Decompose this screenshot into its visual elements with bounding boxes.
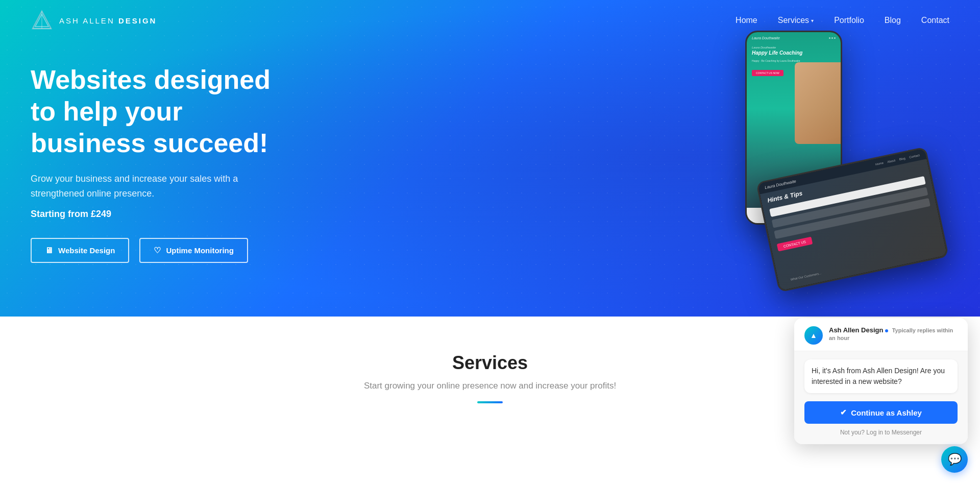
chat-body: Hi, it's Ash from Ash Allen Design! Are … xyxy=(794,351,968,424)
navbar: ASH ALLEN DESIGN Home Services ▾ Portfol… xyxy=(0,0,980,41)
messenger-check-icon: ✔ xyxy=(840,408,847,417)
website-design-button[interactable]: 🖥 Website Design xyxy=(31,238,129,263)
hero-title: Websites designed to help your business … xyxy=(31,64,296,159)
hero-price: Starting from £249 xyxy=(31,209,296,220)
nav-blog[interactable]: Blog xyxy=(885,16,901,25)
chat-avatar-icon: ▲ xyxy=(810,331,817,340)
logo-icon xyxy=(31,9,53,32)
hero-section: Websites designed to help your business … xyxy=(0,0,980,317)
nav-portfolio[interactable]: Portfolio xyxy=(834,16,864,25)
continue-as-ashley-button[interactable]: ✔ Continue as Ashley xyxy=(804,401,958,424)
uptime-monitoring-button[interactable]: ♡ Uptime Monitoring xyxy=(139,238,248,263)
logo-link[interactable]: ASH ALLEN DESIGN xyxy=(31,9,157,32)
hero-buttons: 🖥 Website Design ♡ Uptime Monitoring xyxy=(31,238,296,263)
nav-services[interactable]: Services ▾ xyxy=(778,16,814,25)
chat-status-dot xyxy=(885,329,888,332)
hero-content: Websites designed to help your business … xyxy=(31,64,296,263)
hero-subtitle: Grow your business and increase your sal… xyxy=(31,172,265,201)
services-underline xyxy=(477,401,503,403)
hero-phones: Laura Douthwaite Laura Douthwaite Happy … xyxy=(715,31,939,286)
chat-bubble: Hi, it's Ash from Ash Allen Design! Are … xyxy=(804,359,958,393)
heart-icon: ♡ xyxy=(154,246,161,255)
dropdown-arrow-icon: ▾ xyxy=(811,18,814,23)
nav-contact[interactable]: Contact xyxy=(921,16,949,25)
chat-header-info: Ash Allen Design Typically replies withi… xyxy=(829,326,958,342)
chat-avatar: ▲ xyxy=(804,326,823,345)
logo-text: ASH ALLEN DESIGN xyxy=(59,16,157,25)
nav-links: Home Services ▾ Portfolio Blog Contact xyxy=(736,16,949,25)
chat-widget: ▲ Ash Allen Design Typically replies wit… xyxy=(794,318,968,424)
nav-home[interactable]: Home xyxy=(736,16,757,25)
chat-widget-header: ▲ Ash Allen Design Typically replies wit… xyxy=(794,318,968,351)
monitor-icon: 🖥 xyxy=(45,246,53,255)
